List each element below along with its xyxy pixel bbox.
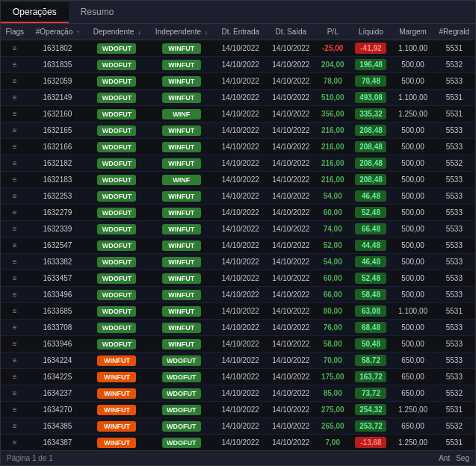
cell-dependente: WDOFUT: [86, 270, 147, 287]
cell-flags[interactable]: ≡: [1, 402, 29, 418]
cell-liquido: 70,48: [350, 73, 393, 90]
ind-badge: WINFUT: [162, 323, 201, 333]
cell-flags[interactable]: ≡: [1, 435, 29, 451]
cell-dt-entrada: 14/10/2022: [215, 205, 266, 221]
col-independente[interactable]: Independente ↓: [148, 24, 215, 40]
cell-margem: 500,00: [392, 270, 433, 287]
menu-icon[interactable]: ≡: [13, 241, 17, 249]
cell-flags[interactable]: ≡: [1, 172, 29, 188]
cell-dependente: WDOFUT: [86, 90, 147, 106]
dep-badge: WDOFUT: [97, 43, 136, 54]
ind-badge: WINFUT: [162, 208, 201, 218]
cell-pl: 74,00: [316, 221, 350, 237]
table-row: ≡ 1632165 WDOFUT WINFUT 14/10/2022 14/10…: [1, 122, 475, 139]
cell-flags[interactable]: ≡: [1, 237, 29, 254]
cell-pl: 85,00: [316, 385, 350, 402]
ind-badge: WDOFUT: [162, 372, 201, 382]
cell-flags[interactable]: ≡: [1, 369, 29, 385]
cell-flags[interactable]: ≡: [1, 303, 29, 320]
cell-dt-entrada: 14/10/2022: [215, 303, 266, 320]
cell-margem: 500,00: [392, 155, 433, 172]
tab-resumo[interactable]: Resumo: [69, 2, 126, 23]
cell-liquido: -13,68: [350, 435, 393, 451]
liquido-value: 208,48: [355, 125, 386, 136]
menu-icon[interactable]: ≡: [13, 44, 17, 52]
cell-flags[interactable]: ≡: [1, 205, 29, 221]
cell-liquido: 66,48: [350, 221, 393, 237]
cell-margem: 500,00: [392, 221, 433, 237]
menu-icon[interactable]: ≡: [13, 126, 17, 134]
cell-dt-saida: 14/10/2022: [266, 270, 316, 287]
table-footer: Página 1 de 1 Ant Seg: [1, 450, 475, 465]
menu-icon[interactable]: ≡: [13, 274, 17, 282]
menu-icon[interactable]: ≡: [13, 389, 17, 397]
menu-icon[interactable]: ≡: [13, 438, 17, 447]
cell-dt-entrada: 14/10/2022: [215, 287, 266, 303]
cell-flags[interactable]: ≡: [1, 352, 29, 369]
ant-button[interactable]: Ant: [439, 454, 450, 462]
menu-icon[interactable]: ≡: [13, 110, 17, 118]
cell-flags[interactable]: ≡: [1, 254, 29, 270]
col-operacao[interactable]: #Operação ↑: [29, 24, 87, 40]
menu-icon[interactable]: ≡: [13, 356, 17, 364]
cell-flags[interactable]: ≡: [1, 221, 29, 237]
menu-icon[interactable]: ≡: [13, 225, 17, 233]
cell-operacao: 1632183: [29, 172, 87, 188]
cell-flags[interactable]: ≡: [1, 418, 29, 435]
cell-flags[interactable]: ≡: [1, 336, 29, 352]
cell-dt-saida: 14/10/2022: [266, 369, 316, 385]
menu-icon[interactable]: ≡: [13, 208, 17, 217]
cell-flags[interactable]: ≡: [1, 122, 29, 139]
cell-flags[interactable]: ≡: [1, 73, 29, 90]
menu-icon[interactable]: ≡: [13, 291, 17, 299]
ind-badge: WINFUT: [162, 257, 201, 267]
cell-dt-saida: 14/10/2022: [266, 418, 316, 435]
cell-independente: WINFUT: [148, 188, 215, 205]
dep-badge: WDOFUT: [97, 125, 136, 136]
menu-icon[interactable]: ≡: [13, 406, 17, 414]
table-container[interactable]: Flags #Operação ↑ Dependente ↓ Independe…: [1, 24, 475, 450]
menu-icon[interactable]: ≡: [13, 422, 17, 430]
cell-margem: 500,00: [392, 237, 433, 254]
liquido-value: 52,48: [355, 207, 386, 218]
col-dependente[interactable]: Dependente ↓: [86, 24, 147, 40]
ind-badge: WINF: [162, 175, 201, 185]
menu-icon[interactable]: ≡: [13, 373, 17, 381]
menu-icon[interactable]: ≡: [13, 60, 17, 69]
menu-icon[interactable]: ≡: [13, 159, 17, 167]
cell-liquido: 58,72: [350, 352, 393, 369]
col-liquido: Líquido: [350, 24, 393, 40]
cell-flags[interactable]: ≡: [1, 287, 29, 303]
menu-icon[interactable]: ≡: [13, 143, 17, 151]
cell-flags[interactable]: ≡: [1, 270, 29, 287]
table-row: ≡ 1633685 WDOFUT WINFUT 14/10/2022 14/10…: [1, 303, 475, 320]
menu-icon[interactable]: ≡: [13, 77, 17, 85]
dep-badge: WDOFUT: [97, 323, 136, 333]
menu-icon[interactable]: ≡: [13, 192, 17, 200]
cell-flags[interactable]: ≡: [1, 90, 29, 106]
cell-independente: WDOFUT: [148, 402, 215, 418]
cell-flags[interactable]: ≡: [1, 155, 29, 172]
cell-dt-saida: 14/10/2022: [266, 352, 316, 369]
cell-flags[interactable]: ≡: [1, 57, 29, 73]
tab-operacoes[interactable]: Operações: [1, 2, 69, 23]
table-row: ≡ 1634385 WINFUT WDOFUT 14/10/2022 14/10…: [1, 418, 475, 435]
menu-icon[interactable]: ≡: [13, 175, 17, 184]
dep-badge: WDOFUT: [97, 60, 136, 70]
cell-flags[interactable]: ≡: [1, 385, 29, 402]
cell-independente: WINFUT: [148, 205, 215, 221]
cell-flags[interactable]: ≡: [1, 106, 29, 122]
cell-liquido: 163,72: [350, 369, 393, 385]
cell-flags[interactable]: ≡: [1, 139, 29, 155]
menu-icon[interactable]: ≡: [13, 323, 17, 332]
seg-button[interactable]: Seg: [456, 454, 469, 462]
menu-icon[interactable]: ≡: [13, 93, 17, 102]
cell-flags[interactable]: ≡: [1, 188, 29, 205]
menu-icon[interactable]: ≡: [13, 340, 17, 348]
menu-icon[interactable]: ≡: [13, 307, 17, 315]
cell-flags[interactable]: ≡: [1, 320, 29, 336]
cell-flags[interactable]: ≡: [1, 40, 29, 57]
liquido-value: 196,48: [355, 59, 386, 70]
menu-icon[interactable]: ≡: [13, 258, 17, 266]
cell-pl: 216,00: [316, 155, 350, 172]
